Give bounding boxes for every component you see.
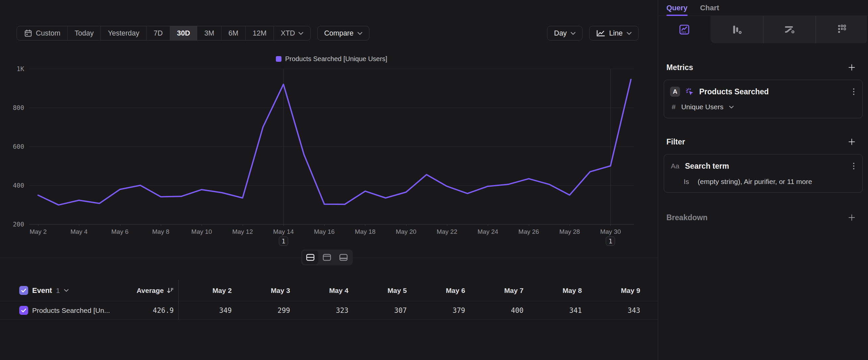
date-column-header[interactable]: May 4: [296, 280, 354, 301]
chart-type-label: Line: [609, 29, 623, 37]
tab-insights-line[interactable]: [658, 16, 711, 43]
date-column-header[interactable]: May 6: [412, 280, 470, 301]
range-6m[interactable]: 6M: [221, 26, 245, 40]
filter-menu-button[interactable]: [851, 161, 857, 171]
chevron-down-icon: [299, 32, 303, 35]
x-axis-tick: [406, 224, 406, 226]
chevron-down-icon[interactable]: [64, 289, 69, 292]
flows-icon: [783, 24, 796, 35]
chart-legend[interactable]: Products Searched [Unique Users]: [29, 54, 634, 63]
metrics-heading-label: Metrics: [666, 63, 693, 72]
annotation-badge[interactable]: 1: [606, 237, 615, 246]
x-axis-tick: [79, 224, 79, 226]
row-checkbox[interactable]: [19, 306, 28, 315]
range-today[interactable]: Today: [67, 26, 100, 40]
table-row[interactable]: Products Searched [Un... 426.9 349299323…: [0, 301, 658, 320]
hash-icon: #: [672, 103, 676, 111]
x-axis-label: May 12: [232, 228, 253, 236]
x-axis-label: May 24: [477, 228, 498, 236]
filter-condition[interactable]: Is (empty string), Air purifier, or 11 m…: [670, 177, 857, 186]
metrics-section-heading: Metrics: [658, 62, 868, 73]
chevron-down-icon: [729, 106, 734, 109]
x-axis-label: May 6: [112, 228, 129, 236]
y-axis-label: 800: [13, 104, 24, 111]
value-cell: 349: [179, 301, 237, 320]
granularity-button[interactable]: Day: [547, 26, 583, 40]
layout-chart-only-button[interactable]: [319, 251, 335, 264]
x-axis-tick: [38, 224, 38, 226]
layout-table-only-button[interactable]: [336, 251, 351, 264]
range-xtd[interactable]: XTD: [274, 26, 310, 40]
date-column-header[interactable]: May 2: [179, 280, 237, 301]
range-7d[interactable]: 7D: [146, 26, 169, 40]
add-metric-button[interactable]: [847, 63, 856, 72]
breakdown-section-heading: Breakdown: [658, 213, 868, 222]
filter-card[interactable]: Aa Search term Is (empty string), Air pu…: [664, 154, 863, 193]
range-3m[interactable]: 3M: [197, 26, 221, 40]
date-column-header[interactable]: May 9: [587, 280, 646, 301]
query-builder: Metrics A Products Searched # Unique Use…: [658, 43, 868, 222]
sort-descending-icon[interactable]: [166, 287, 174, 294]
metric-aggregation[interactable]: # Unique Users: [670, 102, 857, 112]
filter-card-row: Aa Search term: [670, 160, 857, 172]
chart-type-button[interactable]: Line: [589, 26, 639, 40]
event-click-icon: [685, 87, 694, 96]
filter-property-name: Search term: [685, 162, 729, 171]
series-line[interactable]: [29, 69, 634, 224]
split-view-icon: [306, 254, 315, 261]
chevron-down-icon: [570, 32, 576, 35]
range-12m[interactable]: 12M: [245, 26, 274, 40]
y-axis-label: 1K: [17, 65, 24, 73]
plus-icon: [848, 63, 856, 72]
filter-value: (empty string), Air purifier, or 11 more: [698, 178, 812, 186]
x-axis-tick: [161, 224, 161, 226]
panel-tab-query[interactable]: Query: [666, 0, 688, 16]
range-yesterday[interactable]: Yesterday: [100, 26, 146, 40]
annotation-badge[interactable]: 1: [279, 237, 288, 246]
granularity-label: Day: [554, 29, 567, 37]
insights-chart-icon: [678, 24, 690, 35]
tab-bar-chart[interactable]: [711, 16, 763, 43]
date-column-header[interactable]: May 8: [529, 280, 587, 301]
line-chart-icon: [596, 30, 605, 37]
x-axis-tick: [283, 224, 284, 226]
add-breakdown-button[interactable]: [847, 213, 856, 222]
panel-tabbar: QueryChart: [658, 0, 868, 16]
date-column-header[interactable]: May 7: [470, 280, 529, 301]
date-range-group: CustomTodayYesterday7D30D3M6M12MXTD: [17, 26, 311, 40]
select-all-checkbox[interactable]: [19, 286, 28, 295]
x-axis-tick: [120, 224, 120, 226]
range-custom[interactable]: Custom: [17, 26, 67, 40]
value-cell: 299: [237, 301, 296, 320]
x-axis-tick: [243, 224, 243, 226]
y-axis-label: 200: [13, 221, 24, 228]
add-filter-button[interactable]: [847, 138, 856, 146]
chevron-down-icon: [627, 32, 631, 35]
string-type-badge: Aa: [670, 162, 680, 170]
toolbar: CustomTodayYesterday7D30D3M6M12MXTD Comp…: [17, 26, 639, 40]
layout-split-button[interactable]: [302, 251, 318, 264]
legend-swatch: [276, 56, 281, 62]
date-column-header[interactable]: May 5: [354, 280, 412, 301]
metric-menu-button[interactable]: [851, 87, 857, 96]
aggregation-label: Unique Users: [681, 103, 723, 111]
range-30d[interactable]: 30D: [170, 26, 197, 40]
compare-button[interactable]: Compare: [317, 26, 369, 40]
row-average-value: 426.9: [153, 307, 174, 314]
metric-card[interactable]: A Products Searched # Unique Users: [664, 80, 863, 118]
x-axis-label: May 4: [70, 228, 88, 236]
x-axis-tick: [610, 224, 611, 226]
x-axis-tick: [324, 224, 324, 226]
x-axis-label: May 18: [355, 228, 375, 236]
line-chart-plot[interactable]: 1K800600400200May 2May 4May 6May 8May 10…: [29, 69, 634, 224]
x-axis-label: May 14: [273, 228, 294, 236]
check-icon: [21, 288, 26, 293]
tab-flows[interactable]: [763, 16, 816, 43]
y-axis-label: 600: [13, 143, 24, 150]
date-column-header[interactable]: May 3: [237, 280, 296, 301]
top-panel-icon: [322, 254, 331, 261]
x-axis-tick: [202, 224, 202, 226]
tab-retention[interactable]: [816, 16, 868, 43]
metric-card-row: A Products Searched: [670, 86, 857, 97]
panel-tab-chart[interactable]: Chart: [700, 0, 719, 16]
